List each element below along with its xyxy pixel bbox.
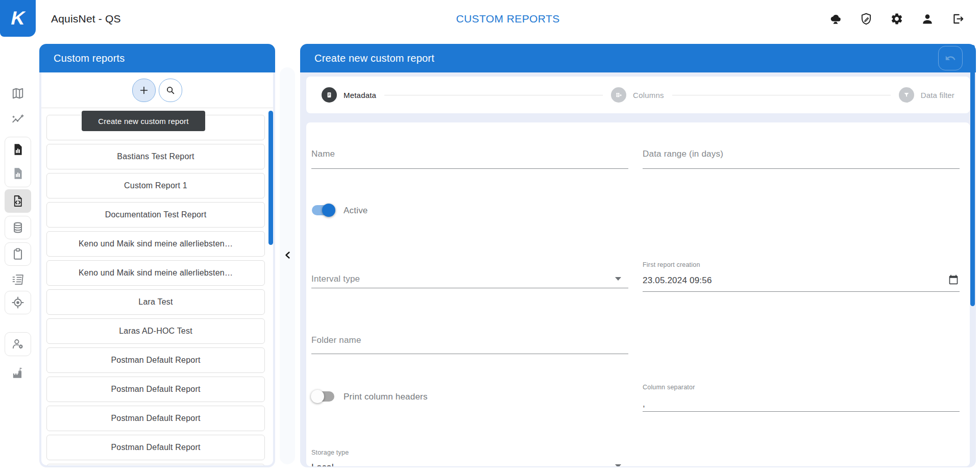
report-list-item[interactable]: Postman Default Report xyxy=(46,377,265,402)
create-report-title: Create new custom report xyxy=(314,53,434,64)
wizard-stepper: Metadata Columns Data filter xyxy=(306,77,970,113)
report-document-light-icon[interactable] xyxy=(11,167,24,180)
report-list-item[interactable]: Laras AD-HOC Test xyxy=(46,318,265,344)
data-range-input[interactable] xyxy=(643,168,960,169)
active-toggle-thumb xyxy=(322,204,335,217)
report-list-item[interactable]: Postman Default Report xyxy=(46,347,265,373)
storage-type-caret-icon[interactable] xyxy=(615,464,621,466)
stepper-connector xyxy=(384,95,603,95)
step-data-filter[interactable]: Data filter xyxy=(899,87,954,103)
step-columns-label: Columns xyxy=(633,91,664,99)
search-reports-button[interactable] xyxy=(159,79,182,102)
columns-step-icon xyxy=(611,87,626,103)
app-logo[interactable]: K xyxy=(0,0,36,37)
report-list-item[interactable]: Documentation Test Report xyxy=(46,202,265,228)
first-report-creation-label: First report creation xyxy=(643,261,700,268)
stream-icon[interactable] xyxy=(11,273,24,286)
report-list-item[interactable]: Postman Default Report xyxy=(46,406,265,431)
custom-reports-panel: Custom reports Bastians Test Report Cust… xyxy=(39,44,275,467)
calendar-icon[interactable] xyxy=(948,275,959,285)
data-range-field-label: Data range (in days) xyxy=(643,149,723,159)
create-report-panel: Create new custom report Metadata xyxy=(300,44,976,467)
custom-report-code-icon[interactable] xyxy=(11,194,24,208)
report-document-icon[interactable] xyxy=(11,143,24,156)
collapse-panel-handle[interactable] xyxy=(280,67,295,464)
custom-reports-header: Custom reports xyxy=(39,44,275,72)
active-toggle-label: Active xyxy=(344,206,368,216)
folder-name-field-label: Folder name xyxy=(311,335,361,345)
database-icon[interactable] xyxy=(11,221,24,234)
left-nav-rail xyxy=(0,37,36,474)
report-list-item[interactable]: Bastians Test Report xyxy=(46,144,265,169)
reports-toolbar xyxy=(41,72,273,108)
analytics-icon[interactable] xyxy=(11,114,24,127)
undo-button[interactable] xyxy=(938,46,963,70)
logout-icon[interactable] xyxy=(951,12,965,26)
active-toggle[interactable] xyxy=(312,205,334,215)
column-separator-value[interactable]: , xyxy=(643,399,645,409)
shield-edit-icon[interactable] xyxy=(860,12,873,26)
user-icon[interactable] xyxy=(921,12,934,26)
column-separator-label: Column separator xyxy=(643,384,695,391)
chevron-left-icon[interactable] xyxy=(284,251,291,259)
metadata-step-icon xyxy=(322,87,337,103)
print-column-headers-toggle-thumb xyxy=(311,390,324,403)
interval-type-select-label: Interval type xyxy=(311,274,360,284)
step-columns[interactable]: Columns xyxy=(611,87,664,103)
main-panel-scrollbar[interactable] xyxy=(970,45,975,306)
report-list: Bastians Test Report Custom Report 1 Doc… xyxy=(41,108,273,465)
print-column-headers-toggle[interactable] xyxy=(312,391,334,402)
plus-icon xyxy=(138,85,150,96)
print-column-headers-label: Print column headers xyxy=(344,392,428,402)
metadata-form: Name Data range (in days) Active Interva… xyxy=(306,122,970,466)
first-report-creation-input[interactable] xyxy=(643,291,960,292)
storage-type-value[interactable]: Local xyxy=(311,462,334,466)
interval-type-select[interactable] xyxy=(311,288,628,288)
custom-reports-body: Bastians Test Report Custom Report 1 Doc… xyxy=(41,72,273,465)
add-report-button[interactable] xyxy=(132,79,156,102)
tooltip-text: Create new custom report xyxy=(98,117,188,126)
name-input[interactable] xyxy=(311,168,628,169)
location-target-icon[interactable] xyxy=(11,296,24,309)
report-list-item[interactable]: Keno und Maik sind meine allerliebsten… xyxy=(46,260,265,286)
storage-type-label: Storage type xyxy=(311,449,349,456)
name-field-label: Name xyxy=(311,149,335,159)
map-icon[interactable] xyxy=(11,87,24,100)
report-list-item[interactable] xyxy=(46,464,265,465)
folder-name-input[interactable] xyxy=(311,354,628,354)
user-settings-icon[interactable] xyxy=(11,337,24,351)
add-button-tooltip: Create new custom report xyxy=(82,111,205,131)
create-report-header: Create new custom report xyxy=(300,44,976,72)
report-list-item[interactable]: Lara Test xyxy=(46,289,265,315)
interval-type-caret-icon[interactable] xyxy=(615,277,621,281)
fortress-icon[interactable] xyxy=(11,366,24,380)
emissions-icon[interactable] xyxy=(829,12,842,26)
step-metadata[interactable]: Metadata xyxy=(322,87,376,103)
top-bar: K AquisNet - QS CUSTOM REPORTS xyxy=(0,0,980,37)
settings-icon[interactable] xyxy=(890,12,903,26)
data-filter-step-icon xyxy=(899,87,914,103)
report-list-item[interactable]: Custom Report 1 xyxy=(46,173,265,198)
column-separator-input[interactable] xyxy=(643,411,960,412)
first-report-creation-value[interactable]: 23.05.2024 09:56 xyxy=(643,276,712,286)
logo-glyph: K xyxy=(9,8,27,29)
custom-reports-title: Custom reports xyxy=(54,53,125,64)
search-icon xyxy=(165,85,176,96)
topbar-actions xyxy=(829,0,965,37)
report-list-item[interactable]: Keno und Maik sind meine allerliebsten… xyxy=(46,231,265,257)
report-list-scrollbar[interactable] xyxy=(268,111,273,245)
step-data-filter-label: Data filter xyxy=(921,91,954,99)
report-list-item[interactable]: Postman Default Report xyxy=(46,435,265,460)
undo-icon xyxy=(945,53,956,64)
stepper-connector xyxy=(672,95,891,95)
step-metadata-label: Metadata xyxy=(344,91,376,99)
clipboard-icon[interactable] xyxy=(11,247,24,261)
